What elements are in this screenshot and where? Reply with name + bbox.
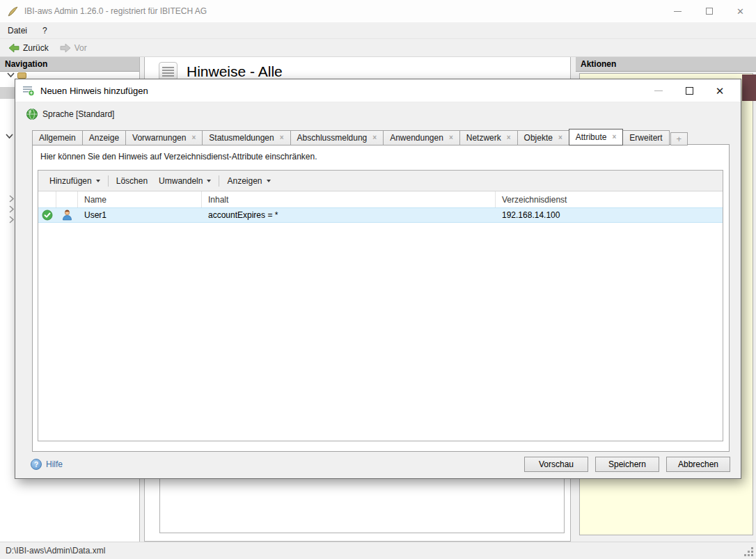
toolbar-separator: [108, 175, 109, 187]
maximize-button[interactable]: [693, 0, 725, 22]
tab-label: Vorwarnungen: [132, 133, 186, 143]
close-tab-icon[interactable]: ×: [191, 134, 196, 141]
minimize-button[interactable]: [662, 0, 693, 22]
chevron-right-icon[interactable]: [9, 216, 15, 223]
tab-anwendungen[interactable]: Anwendungen×: [383, 130, 460, 145]
delete-attribute-button[interactable]: Löschen: [111, 174, 153, 188]
maximize-icon: [686, 87, 693, 95]
name-column-header[interactable]: Name: [78, 191, 202, 207]
tab-objekte[interactable]: Objekte×: [517, 130, 569, 145]
add-attribute-button[interactable]: Hinzufügen: [44, 174, 106, 188]
attributes-toolbar: Hinzufügen Löschen Umwandeln Anzeigen: [38, 171, 723, 191]
tab-label: Objekte: [524, 133, 553, 143]
close-tab-icon[interactable]: ×: [558, 134, 562, 141]
menu-help[interactable]: ?: [35, 22, 55, 38]
check-circle-icon: [42, 210, 53, 221]
dialog-footer: ? Hilfe Vorschau Speichern Abbrechen: [15, 450, 741, 478]
dialog-maximize-button[interactable]: [674, 79, 704, 102]
tab-statusmeldungen[interactable]: Statusmeldungen×: [202, 130, 290, 145]
globe-icon: [26, 108, 38, 120]
chevron-down-icon: [96, 180, 100, 182]
tab-attribute[interactable]: Attribute×: [569, 129, 624, 145]
tab-allgemein[interactable]: Allgemein: [32, 130, 83, 145]
resize-grip[interactable]: [751, 554, 753, 556]
forward-arrow-icon: [60, 43, 71, 53]
minimize-icon: [674, 11, 682, 12]
help-label: Hilfe: [46, 459, 63, 469]
type-column-header[interactable]: [56, 191, 78, 207]
tab-netzwerk[interactable]: Netzwerk×: [459, 130, 518, 145]
show-label: Anzeigen: [227, 176, 262, 186]
chevron-down-icon[interactable]: [6, 134, 13, 139]
close-icon: ✕: [737, 7, 744, 16]
dialog-minimize-button[interactable]: [643, 79, 674, 102]
tab-label: Netzwerk: [466, 133, 501, 143]
dialog-tabstrip: Allgemein Anzeige Vorwarnungen× Statusme…: [32, 129, 688, 145]
language-label: Sprache [Standard]: [42, 109, 114, 119]
tab-erweitert[interactable]: Erweitert: [622, 130, 669, 145]
attributes-groupbox: Hinzufügen Löschen Umwandeln Anzeigen: [38, 170, 723, 441]
status-column-header[interactable]: [38, 191, 56, 207]
chevron-down-icon: [207, 180, 211, 182]
minimize-icon: [654, 90, 663, 91]
add-tab-button[interactable]: +: [670, 132, 688, 145]
close-tab-icon[interactable]: ×: [612, 134, 616, 141]
chevron-down-icon[interactable]: [7, 72, 15, 78]
close-tab-icon[interactable]: ×: [280, 134, 284, 141]
preview-button[interactable]: Vorschau: [524, 457, 588, 472]
close-icon: ✕: [716, 86, 725, 96]
close-button[interactable]: ✕: [725, 0, 756, 22]
help-icon: ?: [31, 459, 42, 470]
statusbar-path: D:\IBI-aws\Admin\Data.xml: [6, 546, 105, 556]
chevron-down-icon: [267, 180, 271, 182]
tab-label: Statusmeldungen: [209, 133, 274, 143]
verzeichnisdienst-column-header[interactable]: Verzeichnisdienst: [496, 191, 723, 207]
maximize-icon: [706, 8, 713, 15]
tab-anzeige[interactable]: Anzeige: [82, 130, 126, 145]
actions-item-fragment: [742, 74, 756, 101]
back-arrow-icon: [8, 43, 19, 53]
close-tab-icon[interactable]: ×: [507, 134, 511, 141]
help-link[interactable]: ? Hilfe: [31, 459, 63, 470]
nav-selected-item[interactable]: [0, 87, 15, 99]
user-icon: [62, 210, 72, 221]
show-attribute-button[interactable]: Anzeigen: [221, 174, 276, 188]
menubar: Datei ?: [0, 22, 756, 39]
window-title: IBI-aws Admin 1.26.0 - registriert für I…: [24, 6, 207, 16]
tab-vorwarnungen[interactable]: Vorwarnungen×: [125, 130, 203, 145]
chevron-right-icon[interactable]: [9, 205, 15, 213]
chevron-right-icon[interactable]: [9, 195, 15, 203]
convert-attribute-button[interactable]: Umwandeln: [153, 174, 216, 188]
attribute-tab-page: Hier können Sie den Hinweis auf Verzeich…: [32, 144, 730, 452]
tab-abschlussmeldung[interactable]: Abschlussmeldung×: [290, 130, 384, 145]
actions-panel-header: Aktionen: [576, 57, 756, 72]
back-button[interactable]: Zurück: [4, 42, 53, 54]
add-hint-dialog: Neuen Hinweis hinzufügen ✕ Sprache [Stan…: [15, 79, 741, 479]
main-titlebar: IBI-aws Admin 1.26.0 - registriert für I…: [0, 0, 756, 22]
dialog-close-button[interactable]: ✕: [704, 79, 735, 102]
table-header: Name Inhalt Verzeichnisdienst: [38, 191, 723, 207]
add-hint-icon: [22, 85, 35, 96]
nav-root-icon: [17, 72, 26, 79]
cancel-button[interactable]: Abbrechen: [666, 457, 730, 472]
convert-label: Umwandeln: [159, 176, 203, 186]
close-tab-icon[interactable]: ×: [449, 134, 453, 141]
forward-button[interactable]: Vor: [56, 42, 91, 54]
back-label: Zurück: [23, 43, 49, 53]
cell-inhalt: accountExpires = *: [202, 210, 496, 220]
close-tab-icon[interactable]: ×: [372, 134, 377, 141]
menu-datei[interactable]: Datei: [0, 22, 35, 38]
forward-label: Vor: [74, 43, 87, 53]
actions-header-label: Aktionen: [581, 59, 616, 69]
save-button[interactable]: Speichern: [595, 457, 659, 472]
tab-label: Anwendungen: [390, 133, 443, 143]
navigation-panel-header: Navigation: [0, 57, 139, 72]
navigation-toolbar: Zurück Vor: [0, 39, 756, 57]
statusbar: D:\IBI-aws\Admin\Data.xml: [0, 542, 756, 559]
language-selector[interactable]: Sprache [Standard]: [26, 108, 114, 120]
tab-label: Allgemein: [39, 133, 76, 143]
toolbar-separator: [219, 175, 219, 187]
inhalt-column-header[interactable]: Inhalt: [202, 191, 496, 207]
table-row[interactable]: User1 accountExpires = * 192.168.14.100: [38, 207, 723, 223]
tab-label: Anzeige: [89, 133, 119, 143]
